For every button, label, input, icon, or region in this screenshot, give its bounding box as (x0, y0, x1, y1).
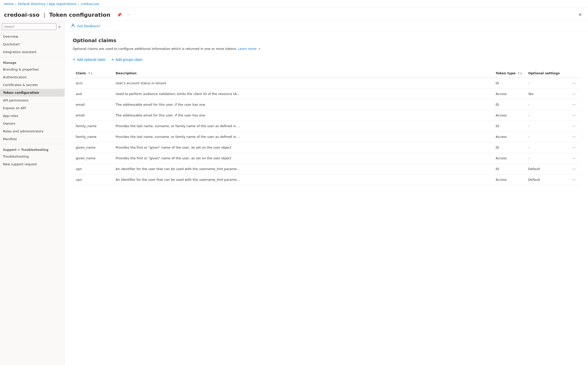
cell-description: Used to perform audience validation; emi… (113, 89, 493, 99)
table-body: acctUser's account status in tenantID-··… (73, 78, 580, 185)
cell-description: The addressable email for this user, if … (113, 110, 493, 121)
cell-claim: email (73, 99, 113, 110)
row-ellipsis-button[interactable]: ··· (571, 177, 577, 182)
action-bar: + Add optional claim + Add groups claim (73, 56, 580, 63)
cell-optional-settings: - (525, 153, 565, 164)
add-optional-claim-button[interactable]: + Add optional claim (73, 56, 105, 63)
sidebar-item-integration-assistant[interactable]: Integration assistant (0, 48, 65, 56)
learn-more-link[interactable]: Learn more (238, 47, 256, 51)
sidebar: « Overview Quickstart Integration assist… (0, 21, 65, 365)
cell-claim: given_name (73, 153, 113, 164)
col-header-claim: Claim ↑↓ (73, 69, 113, 78)
breadcrumb-app[interactable]: credoai-sso (81, 2, 99, 6)
sidebar-item-certificates-secrets[interactable]: Certificates & secrets (0, 81, 65, 89)
token-type-sort-icon[interactable]: ↑↓ (518, 72, 522, 75)
table-row: given_nameProvides the first or "given" … (73, 153, 580, 164)
row-ellipsis-button[interactable]: ··· (571, 113, 577, 118)
cell-description: Provides the first or "given" name of th… (113, 142, 493, 153)
svg-point-0 (72, 24, 74, 25)
page-title-header: credoai-sso | Token configuration (4, 12, 110, 18)
row-ellipsis-button[interactable]: ··· (571, 134, 577, 140)
feedback-link[interactable]: Got feedback? (77, 24, 101, 28)
row-ellipsis-button[interactable]: ··· (571, 123, 577, 129)
sidebar-item-overview[interactable]: Overview (0, 33, 65, 40)
cell-actions: ··· (565, 164, 580, 174)
table-row: given_nameProvides the first or "given" … (73, 142, 580, 153)
cell-description: An identifier for the user that can be u… (113, 174, 493, 185)
cell-claim: given_name (73, 142, 113, 153)
add-groups-claim-label: Add groups claim (115, 58, 142, 62)
table-header: Claim ↑↓ Description Token type ↑↓ Optio… (73, 69, 580, 78)
content-inner: Optional claims Optional claims are used… (65, 31, 588, 365)
sidebar-item-authentication[interactable]: Authentication (0, 73, 65, 81)
cell-actions: ··· (565, 121, 580, 131)
row-ellipsis-button[interactable]: ··· (571, 102, 577, 107)
add-groups-claim-button[interactable]: + Add groups claim (111, 56, 143, 63)
add-groups-claim-plus-icon: + (111, 57, 114, 62)
pin-button[interactable]: 📌 (115, 11, 123, 18)
table-row: family_nameProvides the last name, surna… (73, 131, 580, 142)
sidebar-item-troubleshooting[interactable]: Troubleshooting (0, 153, 65, 160)
cell-token-type: Access (493, 153, 525, 164)
sidebar-item-new-support-request[interactable]: New support request (0, 160, 65, 168)
cell-claim: family_name (73, 131, 113, 142)
cell-description: Provides the first or "given" name of th… (113, 153, 493, 164)
cell-token-type: ID (493, 99, 525, 110)
table-row: acctUser's account status in tenantID-··… (73, 78, 580, 89)
sidebar-item-branding-properties[interactable]: Branding & properties (0, 66, 65, 73)
search-input[interactable] (2, 23, 56, 30)
row-ellipsis-button[interactable]: ··· (571, 156, 577, 161)
breadcrumb: Home › Default Directory | App registrat… (0, 0, 588, 8)
cell-claim: acct (73, 78, 113, 89)
cell-optional-settings: - (525, 99, 565, 110)
cell-token-type: ID (493, 121, 525, 131)
table-row: emailThe addressable email for this user… (73, 99, 580, 110)
row-ellipsis-button[interactable]: ··· (571, 91, 577, 97)
cell-token-type: ID (493, 164, 525, 174)
sidebar-item-expose-an-api[interactable]: Expose an API (0, 104, 65, 112)
sidebar-item-token-configuration[interactable]: Token configuration (0, 89, 65, 96)
row-ellipsis-button[interactable]: ··· (571, 145, 577, 150)
cell-description: An identifier for the user that can be u… (113, 164, 493, 174)
manage-section-label: Manage (0, 58, 65, 66)
description-text: Optional claims are used to configure ad… (73, 46, 580, 51)
add-optional-claim-plus-icon: + (73, 57, 75, 62)
sidebar-collapse-button[interactable]: « (56, 23, 63, 30)
cell-description: Provides the last name, surname, or fami… (113, 131, 493, 142)
cell-actions: ··· (565, 89, 580, 99)
table-row: audUsed to perform audience validation; … (73, 89, 580, 99)
sidebar-item-roles-administrators[interactable]: Roles and administrators (0, 127, 65, 135)
breadcrumb-home[interactable]: Home (4, 2, 13, 6)
close-button[interactable]: ✕ (576, 11, 584, 18)
row-ellipsis-button[interactable]: ··· (571, 81, 577, 86)
cell-optional-settings: - (525, 131, 565, 142)
col-header-optional-settings: Optional settings (525, 69, 565, 78)
cell-actions: ··· (565, 110, 580, 121)
cell-actions: ··· (565, 99, 580, 110)
cell-description: User's account status in tenant (113, 78, 493, 89)
col-header-actions (565, 69, 580, 78)
cell-token-type: ID (493, 142, 525, 153)
row-ellipsis-button[interactable]: ··· (571, 166, 577, 172)
main-layout: « Overview Quickstart Integration assist… (0, 21, 588, 365)
add-optional-claim-label: Add optional claim (77, 58, 105, 62)
sidebar-item-owners[interactable]: Owners (0, 120, 65, 127)
table-row: upnAn identifier for the user that can b… (73, 164, 580, 174)
breadcrumb-directory[interactable]: Default Directory | App registrations (18, 2, 77, 6)
content-area: Got feedback? Optional claims Optional c… (65, 21, 588, 365)
cell-optional-settings: - (525, 110, 565, 121)
table-row: emailThe addressable email for this user… (73, 110, 580, 121)
cell-claim: aud (73, 89, 113, 99)
more-options-button[interactable]: ··· (125, 11, 132, 18)
sidebar-item-quickstart[interactable]: Quickstart (0, 40, 65, 48)
sidebar-item-app-roles[interactable]: App roles (0, 112, 65, 120)
sidebar-item-manifest[interactable]: Manifest (0, 135, 65, 143)
claim-sort-icon[interactable]: ↑↓ (88, 72, 92, 75)
cell-token-type: Access (493, 89, 525, 99)
sidebar-item-api-permissions[interactable]: API permissions (0, 96, 65, 104)
title-actions: 📌 ··· (115, 11, 132, 18)
cell-description: Provides the last name, surname, or fami… (113, 121, 493, 131)
cell-claim: family_name (73, 121, 113, 131)
cell-token-type: Access (493, 131, 525, 142)
cell-claim: upn (73, 174, 113, 185)
